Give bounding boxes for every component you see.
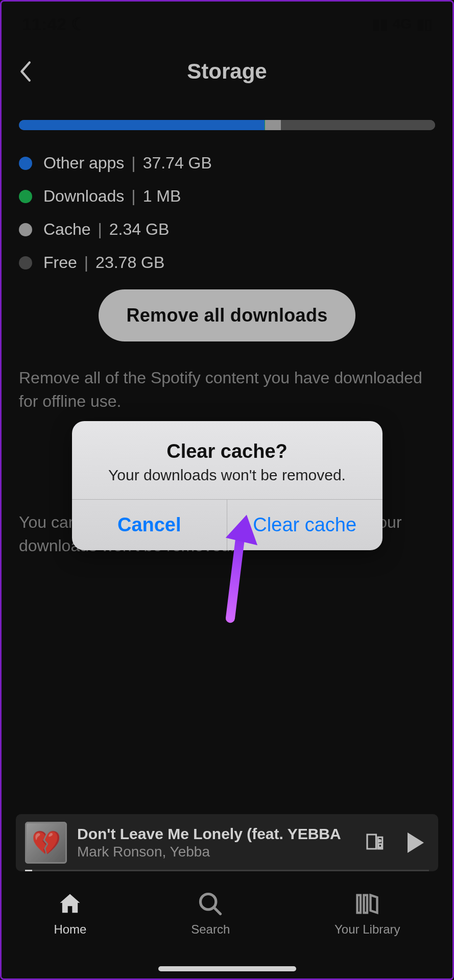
legend-dot <box>19 157 32 170</box>
signal-icon: ▮▮ <box>372 16 388 33</box>
legend-label: Downloads <box>43 187 124 206</box>
legend-text: Cache|2.34 GB <box>43 220 169 239</box>
cancel-button[interactable]: Cancel <box>72 500 227 550</box>
bottom-nav: Home Search Your Library <box>2 876 452 978</box>
connect-device-icon[interactable] <box>364 831 385 854</box>
remove-all-downloads-button[interactable]: Remove all downloads <box>99 289 355 341</box>
clear-cache-button[interactable]: Clear cache <box>227 500 383 550</box>
legend-value: 1 MB <box>143 187 181 206</box>
page-title: Storage <box>187 59 267 84</box>
remove-downloads-description: Remove all of the Spotify content you ha… <box>19 366 435 413</box>
nav-search[interactable]: Search <box>191 891 230 937</box>
legend-value: 2.34 GB <box>109 220 169 239</box>
legend-label: Other apps <box>43 154 124 173</box>
network-label: 4G <box>393 16 412 32</box>
play-button[interactable] <box>408 832 424 853</box>
legend-label: Cache <box>43 220 91 239</box>
status-right: ▮▮ 4G ▮▯ <box>372 16 432 33</box>
now-playing-track <box>25 870 429 871</box>
storage-legend: Other apps|37.74 GBDownloads|1 MBCache|2… <box>19 154 435 272</box>
legend-text: Free|23.78 GB <box>43 253 164 272</box>
storage-segment <box>281 120 435 130</box>
home-icon <box>57 891 83 917</box>
status-bar: 11:42 ☾ ▮▮ 4G ▮▯ <box>2 2 452 37</box>
moon-icon: ☾ <box>71 14 86 34</box>
dialog-title: Clear cache? <box>86 440 368 462</box>
library-icon <box>354 891 380 917</box>
battery-icon: ▮▯ <box>417 16 432 33</box>
nav-library-label: Your Library <box>334 922 400 937</box>
now-playing-bar[interactable]: 💔 Don't Leave Me Lonely (feat. YEBBA Mar… <box>16 814 438 871</box>
svg-rect-5 <box>364 895 368 913</box>
legend-dot <box>19 190 32 203</box>
home-indicator <box>158 966 296 971</box>
legend-value: 37.74 GB <box>143 154 212 173</box>
search-icon <box>197 891 224 917</box>
legend-dot <box>19 256 32 270</box>
now-playing-title: Don't Leave Me Lonely (feat. YEBBA <box>77 825 353 843</box>
nav-library[interactable]: Your Library <box>334 891 400 937</box>
back-button[interactable] <box>14 60 36 83</box>
legend-text: Downloads|1 MB <box>43 187 181 206</box>
legend-label: Free <box>43 253 77 272</box>
nav-home-label: Home <box>54 922 86 937</box>
legend-dot <box>19 223 32 236</box>
storage-bar <box>19 120 435 130</box>
now-playing-artist: Mark Ronson, Yebba <box>77 844 353 860</box>
legend-row: Downloads|1 MB <box>19 187 435 206</box>
dialog-message: Your downloads won't be removed. <box>86 467 368 484</box>
legend-row: Free|23.78 GB <box>19 253 435 272</box>
clear-cache-dialog: Clear cache? Your downloads won't be rem… <box>72 421 383 550</box>
svg-rect-4 <box>357 895 361 913</box>
legend-text: Other apps|37.74 GB <box>43 154 212 173</box>
page-header: Storage <box>2 43 452 100</box>
status-time: 11:42 ☾ <box>22 14 86 34</box>
storage-segment <box>265 120 281 130</box>
svg-line-3 <box>214 908 221 914</box>
storage-segment <box>19 120 265 130</box>
chevron-left-icon <box>18 60 32 83</box>
legend-value: 23.78 GB <box>95 253 164 272</box>
nav-home[interactable]: Home <box>54 891 86 937</box>
now-playing-progress <box>25 870 32 871</box>
album-art: 💔 <box>25 822 67 864</box>
nav-search-label: Search <box>191 922 230 937</box>
legend-row: Cache|2.34 GB <box>19 220 435 239</box>
legend-row: Other apps|37.74 GB <box>19 154 435 173</box>
